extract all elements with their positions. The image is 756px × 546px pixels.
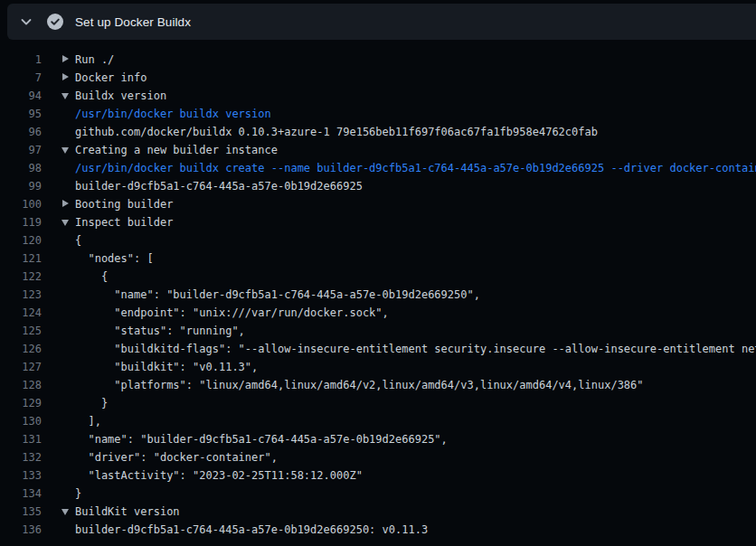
log-line: 130 ], xyxy=(0,412,756,430)
command-text: /usr/bin/docker buildx create --name bui… xyxy=(75,159,756,177)
output-text: "buildkitd-flags": "--allow-insecure-ent… xyxy=(75,340,756,358)
line-number-link[interactable]: 131 xyxy=(0,430,42,448)
group-arrow-expanded-icon[interactable] xyxy=(61,141,75,159)
log-group-row[interactable]: 7Docker info xyxy=(0,69,756,87)
log-group-row[interactable]: 119Inspect builder xyxy=(0,213,756,231)
indent-spacer xyxy=(61,249,75,268)
indent-spacer xyxy=(61,231,75,249)
group-arrow-collapsed-icon[interactable] xyxy=(61,69,75,87)
group-title: Inspect builder xyxy=(75,213,173,231)
line-number-link[interactable]: 99 xyxy=(0,177,42,195)
line-number-link[interactable]: 120 xyxy=(0,231,42,249)
line-number-link[interactable]: 119 xyxy=(0,213,42,231)
line-number-link[interactable]: 128 xyxy=(0,376,42,394)
output-text: "endpoint": "unix:///var/run/docker.sock… xyxy=(75,304,389,322)
log-line: 132 "driver": "docker-container", xyxy=(0,448,756,466)
group-arrow-collapsed-icon[interactable] xyxy=(61,51,75,69)
log-line: 123 "name": "builder-d9cfb5a1-c764-445a-… xyxy=(0,286,756,304)
indent-spacer xyxy=(61,412,75,430)
log-line: 128 "platforms": "linux/amd64,linux/amd6… xyxy=(0,376,756,394)
step-title: Set up Docker Buildx xyxy=(75,15,191,29)
line-number-link[interactable]: 100 xyxy=(0,195,42,213)
line-number-link[interactable]: 136 xyxy=(0,521,42,539)
indent-spacer xyxy=(61,340,75,358)
indent-spacer xyxy=(61,448,75,466)
step-header[interactable]: Set up Docker Buildx xyxy=(7,4,756,40)
group-title: Buildx version xyxy=(75,87,166,105)
group-title: Run ./ xyxy=(75,51,114,69)
log-line: 125 "status": "running", xyxy=(0,322,756,340)
log-line: 124 "endpoint": "unix:///var/run/docker.… xyxy=(0,304,756,322)
indent-spacer xyxy=(61,466,75,485)
log-group-row[interactable]: 135BuildKit version xyxy=(0,503,756,521)
line-number-link[interactable]: 1 xyxy=(0,51,42,69)
log-line: 131 "name": "builder-d9cfb5a1-c764-445a-… xyxy=(0,430,756,448)
indent-spacer xyxy=(61,123,75,141)
group-arrow-expanded-icon[interactable] xyxy=(61,87,75,105)
log-line: 134} xyxy=(0,485,756,503)
output-text: builder-d9cfb5a1-c764-445a-a57e-0b19d2e6… xyxy=(75,521,428,539)
log-line: 96github.com/docker/buildx 0.10.3+azure-… xyxy=(0,123,756,141)
log-lines-container: 1Run ./7Docker info94Buildx version95/us… xyxy=(0,51,756,546)
output-text: "lastActivity": "2023-02-25T11:58:12.000… xyxy=(75,466,363,485)
line-number-link[interactable]: 126 xyxy=(0,340,42,358)
indent-spacer xyxy=(61,358,75,376)
line-number-link[interactable]: 95 xyxy=(0,105,42,123)
line-number-link[interactable]: 130 xyxy=(0,412,42,430)
log-group-row[interactable]: 94Buildx version xyxy=(0,87,756,105)
line-number-link[interactable]: 132 xyxy=(0,448,42,466)
log-line: 99builder-d9cfb5a1-c764-445a-a57e-0b19d2… xyxy=(0,177,756,195)
group-arrow-expanded-icon[interactable] xyxy=(61,503,75,521)
line-number-link[interactable]: 7 xyxy=(0,69,42,87)
line-number-link[interactable]: 125 xyxy=(0,322,42,340)
log-line: 136builder-d9cfb5a1-c764-445a-a57e-0b19d… xyxy=(0,521,756,539)
output-text: "platforms": "linux/amd64,linux/amd64/v2… xyxy=(75,376,644,394)
log-line: 126 "buildkitd-flags": "--allow-insecure… xyxy=(0,340,756,358)
line-number-link[interactable]: 127 xyxy=(0,358,42,376)
output-text: "name": "builder-d9cfb5a1-c764-445a-a57e… xyxy=(75,430,448,448)
group-title: Creating a new builder instance xyxy=(75,141,278,159)
indent-spacer xyxy=(61,430,75,448)
output-text: "name": "builder-d9cfb5a1-c764-445a-a57e… xyxy=(75,286,480,304)
group-title: Docker info xyxy=(75,69,146,87)
indent-spacer xyxy=(61,304,75,322)
line-number-link[interactable]: 135 xyxy=(0,503,42,521)
indent-spacer xyxy=(61,177,75,195)
group-title: BuildKit version xyxy=(75,503,180,521)
log-group-row[interactable]: 100Booting builder xyxy=(0,195,756,213)
line-number-link[interactable]: 98 xyxy=(0,159,42,177)
output-text: { xyxy=(75,268,108,286)
log-line: 129 } xyxy=(0,394,756,412)
log-line: 98/usr/bin/docker buildx create --name b… xyxy=(0,159,756,177)
command-text: /usr/bin/docker buildx version xyxy=(75,105,271,123)
output-text: "status": "running", xyxy=(75,322,245,340)
group-title: Booting builder xyxy=(75,195,173,213)
indent-spacer xyxy=(61,521,75,539)
group-arrow-expanded-icon[interactable] xyxy=(61,213,75,231)
line-number-link[interactable]: 96 xyxy=(0,123,42,141)
log-group-row[interactable]: 97Creating a new builder instance xyxy=(0,141,756,159)
output-text: "nodes": [ xyxy=(75,249,154,268)
output-text: ], xyxy=(75,412,101,430)
output-text: builder-d9cfb5a1-c764-445a-a57e-0b19d2e6… xyxy=(75,177,363,195)
line-number-link[interactable]: 123 xyxy=(0,286,42,304)
line-number-link[interactable]: 124 xyxy=(0,304,42,322)
line-number-link[interactable]: 122 xyxy=(0,268,42,286)
log-group-row[interactable]: 1Run ./ xyxy=(0,51,756,69)
group-arrow-collapsed-icon[interactable] xyxy=(61,195,75,213)
indent-spacer xyxy=(61,105,75,123)
line-number-link[interactable]: 129 xyxy=(0,394,42,412)
line-number-link[interactable]: 94 xyxy=(0,87,42,105)
output-text: } xyxy=(75,394,108,412)
line-number-link[interactable]: 134 xyxy=(0,485,42,503)
chevron-down-icon[interactable] xyxy=(19,14,33,29)
line-number-link[interactable]: 121 xyxy=(0,249,42,268)
log-line: 133 "lastActivity": "2023-02-25T11:58:12… xyxy=(0,466,756,485)
log-line: 120{ xyxy=(0,231,756,249)
indent-spacer xyxy=(61,322,75,340)
indent-spacer xyxy=(61,286,75,304)
line-number-link[interactable]: 97 xyxy=(0,141,42,159)
line-number-link[interactable]: 133 xyxy=(0,466,42,485)
indent-spacer xyxy=(61,394,75,412)
indent-spacer xyxy=(61,268,75,286)
